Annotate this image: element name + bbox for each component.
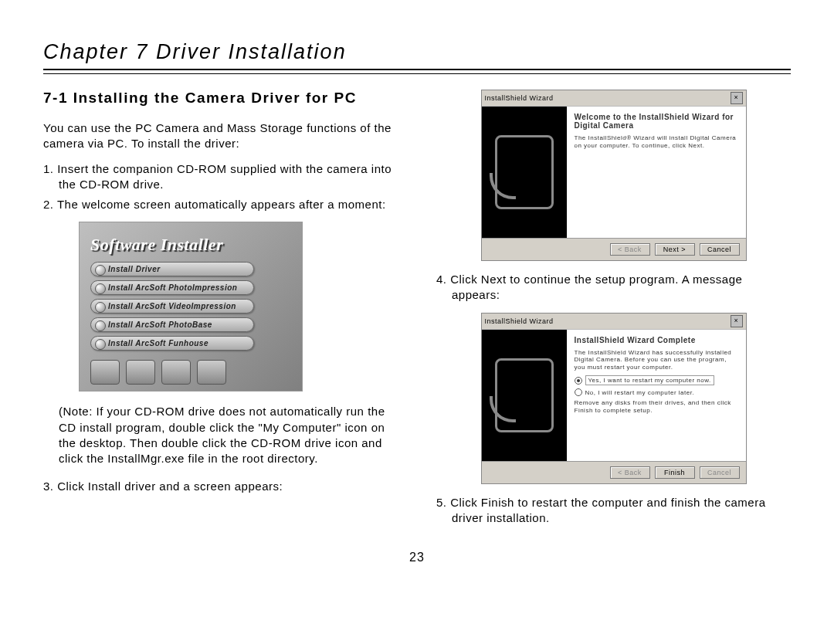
software-installer-screenshot: Software Installer Install Driver Instal… [79,222,303,391]
installer-thumb [161,360,191,385]
wizard-welcome-screenshot: InstallShield Wizard × Welcome to the In… [481,90,747,261]
radio-no-label: No, I will restart my computer later. [585,389,695,396]
installer-thumb [90,360,120,385]
installer-thumb [126,360,155,385]
step-4: 4. Click Next to continue the setup prog… [436,272,791,303]
installer-button-videoimpression: Install ArcSoft VideoImpression [90,299,254,314]
finish-button: Finish [655,466,695,479]
wizard-body-text: The InstallShield® Wizard will install D… [575,134,738,149]
installer-button-photoimpression: Install ArcSoft PhotoImpression [90,280,254,295]
cancel-button: Cancel [700,466,740,479]
installer-title: Software Installer [90,235,291,255]
step-1: 1. Insert the companion CD-ROM supplied … [43,161,398,193]
divider [43,69,791,74]
note-text: (Note: If your CD-ROM drive does not aut… [43,404,398,466]
wizard-side-graphic [482,330,567,461]
intro-text: You can use the PC Camera and Mass Stora… [43,120,398,152]
wizard-heading: Welcome to the InstallShield Wizard for … [575,113,738,130]
installer-button-driver: Install Driver [90,262,254,276]
step-2: 2. The welcome screen automatically appe… [43,197,398,212]
installer-button-photobase: Install ArcSoft PhotoBase [90,317,254,332]
back-button: < Back [610,243,650,256]
installer-button-funhouse: Install ArcSoft Funhouse [90,336,254,351]
section-title: 7-1 Installing the Camera Driver for PC [43,90,398,107]
wizard-heading: InstallShield Wizard Complete [575,336,738,344]
chapter-title: Chapter 7 Driver Installation [43,40,791,64]
step-5: 5. Click Finish to restart the computer … [436,495,791,527]
right-column: InstallShield Wizard × Welcome to the In… [436,90,791,535]
radio-no-icon [575,388,582,396]
wizard-titlebar-text: InstallShield Wizard [485,94,554,102]
close-icon: × [731,92,743,104]
radio-yes-label: Yes, I want to restart my computer now. [585,375,714,385]
installer-thumb [197,360,226,385]
wizard-complete-screenshot: InstallShield Wizard × InstallShield Wiz… [481,313,747,484]
wizard-body-text2: Remove any disks from their drives, and … [575,399,738,414]
installer-icons-row [90,360,291,385]
wizard-titlebar-text: InstallShield Wizard [485,317,554,325]
page-number: 23 [43,551,791,564]
cancel-button: Cancel [700,243,740,256]
step-3: 3. Click Install driver and a screen app… [43,479,398,494]
radio-yes-icon [575,377,582,385]
close-icon: × [731,315,743,327]
wizard-body-text: The InstallShield Wizard has successfull… [575,349,738,371]
wizard-side-graphic [482,107,567,238]
next-button: Next > [655,243,695,256]
back-button: < Back [610,466,650,479]
left-column: 7-1 Installing the Camera Driver for PC … [43,90,398,535]
